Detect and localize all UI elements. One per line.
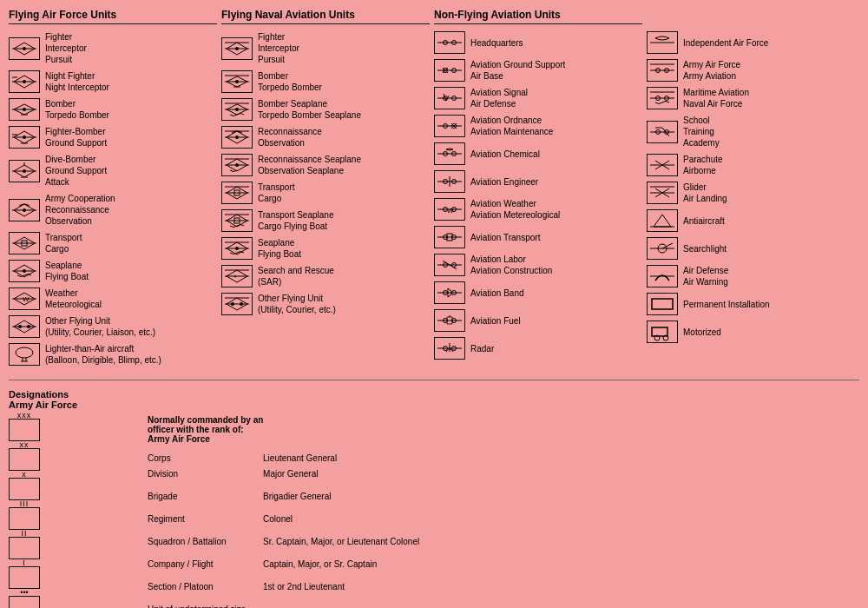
rank-division-name: Division Major General — [148, 468, 499, 479]
svg-point-37 — [16, 347, 33, 358]
unit-bomber: BomberTorpedo Bomber — [9, 98, 217, 121]
naval-bomber-label: BomberTorpedo Bomber — [258, 70, 322, 93]
transport-label: TransportCargo — [45, 232, 82, 254]
engineer-label: Aviation Engineer — [470, 176, 538, 188]
searchlight-label: Searchlight — [683, 243, 727, 254]
naval-seaplane-label: SeaplaneFlying Boat — [258, 237, 301, 260]
unit-labor: Aviation LaborAviation Construction — [434, 254, 642, 276]
svg-point-2 — [23, 47, 26, 50]
unit-engineer: Aviation Engineer — [434, 170, 642, 193]
night-fighter-label: Night FighterNight Interceptor — [45, 70, 109, 93]
desig-regiment: III — [9, 507, 139, 530]
col1: Flying Air Force Units FighterIntercepto… — [9, 9, 221, 371]
unit-ordnance: Aviation OrdnanceAviation Maintenance — [434, 115, 642, 137]
svg-point-47 — [235, 80, 239, 83]
desig-names: Normally commanded by anofficer with the… — [148, 389, 499, 608]
desig-company: I — [9, 566, 139, 589]
col3: Non-Flying Aviation Units Headquarters A… — [434, 9, 647, 371]
rank-squadron-name: Squadron / Battalion Sr. Captain, Major,… — [148, 536, 499, 546]
rank-undetermined-name: Unit of undetermined size — [148, 604, 499, 608]
motorized-icon — [647, 321, 678, 343]
glider-label: GliderAir Landing — [683, 182, 727, 204]
ground-support-icon — [434, 59, 465, 82]
labor-label: Aviation LaborAviation Construction — [470, 254, 552, 276]
night-fighter-icon — [9, 70, 40, 93]
unit-school: SchoolTrainingAcademy — [647, 115, 859, 149]
independent-icon — [647, 31, 678, 54]
band-icon — [434, 281, 465, 304]
desig-section: ••• — [9, 596, 139, 608]
lighter-air-icon — [9, 343, 40, 366]
naval-transport-icon — [221, 182, 253, 204]
unit-lighter-air: Lighter-than-Air aircraft(Balloon, Dirig… — [9, 343, 217, 366]
naval-recon-icon — [221, 126, 253, 149]
main-grid: Flying Air Force Units FighterIntercepto… — [9, 9, 859, 371]
svg-point-13 — [23, 135, 26, 139]
transport-seaplane-label: Transport SeaplaneCargo Flying Boat — [258, 209, 333, 232]
fighter-icon — [9, 37, 40, 60]
fighter-bomber-label: Fighter-BomberGround Support — [45, 126, 107, 149]
unit-signal: Aviation SignalAir Defense — [434, 87, 642, 109]
rank-section-value: 1st or 2nd Lieutenant — [263, 582, 345, 591]
unit-army-air: Army Air ForceArmy Aviation — [647, 59, 859, 82]
unit-antiaircraft: Antiaircraft — [647, 209, 859, 232]
unit-hq: Headquarters — [434, 31, 642, 54]
unit-recon: Army CooperationReconnaissanceObservatio… — [9, 193, 217, 227]
fuel-label: Aviation Fuel — [470, 315, 521, 327]
col2: Flying Naval Aviation Units FighterInter… — [221, 9, 434, 371]
naval-seaplane-icon — [221, 237, 253, 260]
unit-seaplane: SeaplaneFlying Boat — [9, 260, 217, 282]
unit-dive-bomber: Dive-BomberGround SupportAttack — [9, 154, 217, 188]
hq-icon — [434, 31, 465, 54]
unit-naval-transport: TransportCargo — [221, 182, 430, 204]
unit-transport-nf: Aviation Transport — [434, 226, 642, 248]
naval-other-icon — [221, 293, 253, 315]
svg-point-52 — [235, 108, 239, 111]
chemical-icon — [434, 142, 465, 165]
section-box: ••• — [9, 596, 40, 608]
svg-point-35 — [18, 325, 22, 328]
naval-recon-label: ReconnaissanceObservation — [258, 126, 322, 149]
school-label: SchoolTrainingAcademy — [683, 115, 720, 149]
unit-searchlight: Searchlight — [647, 237, 859, 260]
svg-rect-156 — [652, 299, 673, 309]
sar-icon: + — [221, 265, 253, 287]
band-label: Aviation Band — [470, 287, 524, 299]
motorized-label: Motorized — [683, 327, 721, 338]
svg-point-81 — [240, 302, 243, 306]
naval-fighter-icon — [221, 37, 253, 60]
seaplane-label: SeaplaneFlying Boat — [45, 260, 89, 282]
svg-text:W: W — [23, 295, 30, 303]
bomber-icon — [9, 98, 40, 121]
antiaircraft-label: Antiaircraft — [683, 215, 725, 227]
unit-night-fighter: Night FighterNight Interceptor — [9, 70, 217, 93]
desig-squadron: II — [9, 537, 139, 559]
rank-division-value: Major General — [263, 469, 318, 479]
page-container: Flying Air Force Units FighterIntercepto… — [9, 9, 859, 608]
unit-fighter: FighterInterceptorPursuit — [9, 31, 217, 65]
radar-icon — [434, 337, 465, 360]
col4: spacer Independent Air Force Army Air Fo… — [647, 9, 859, 371]
svg-point-23 — [23, 208, 26, 212]
col2-header: Flying Naval Aviation Units — [221, 9, 430, 24]
recon-seaplane-label: Reconnaissance SeaplaneObservation Seapl… — [258, 154, 361, 176]
svg-point-43 — [235, 47, 239, 50]
corps-box: xxx — [9, 419, 40, 441]
unit-naval-seaplane: SeaplaneFlying Boat — [221, 237, 430, 260]
unit-bomber-seaplane: Bomber SeaplaneTorpedo Bomber Seaplane — [221, 98, 430, 121]
ordnance-icon — [434, 115, 465, 137]
rank-company-name: Company / Flight Captain, Major, or Sr. … — [148, 558, 499, 569]
svg-point-36 — [27, 325, 30, 328]
svg-rect-157 — [652, 327, 667, 336]
transport-nf-icon — [434, 226, 465, 248]
permanent-icon — [647, 293, 678, 315]
maritime-icon — [647, 87, 678, 109]
ground-support-label: Aviation Ground SupportAir Base — [470, 59, 565, 82]
fuel-icon — [434, 309, 465, 332]
unit-sar: + Search and Rescue(SAR) — [221, 265, 430, 287]
weather-nf-label: Aviation WeatherAviation Metereological — [470, 198, 560, 221]
bomber-seaplane-icon — [221, 98, 253, 121]
regiment-box: III — [9, 507, 40, 530]
rank-squadron-value: Sr. Captain, Major, or Lieutenant Colone… — [263, 537, 419, 546]
unit-radar: Radar — [434, 337, 642, 360]
